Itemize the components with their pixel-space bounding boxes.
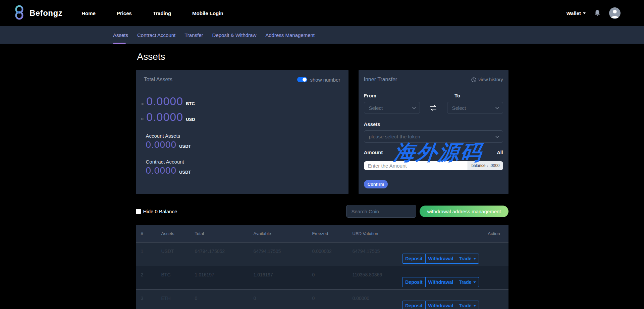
wallet-dropdown[interactable]: Wallet — [566, 10, 586, 16]
cell-index: 1 — [141, 242, 161, 254]
col-freezed: Freezed — [312, 231, 353, 236]
balance-suffix: balance：.0000 — [468, 161, 503, 170]
withdrawal-button[interactable]: Withdrawal — [425, 301, 457, 309]
subnav-assets[interactable]: Assets — [113, 26, 128, 44]
withdrawal-button[interactable]: Withdrawal — [425, 254, 457, 264]
deposit-button[interactable]: Deposit — [402, 301, 425, 309]
col-available: Available — [254, 231, 312, 236]
contract-account-label: Contract Account — [146, 159, 340, 165]
brand-logo[interactable]: Befongz — [13, 5, 62, 21]
account-assets-value: 0.0000 — [146, 139, 177, 150]
col-assets: Assets — [161, 231, 195, 236]
topbar-right: Wallet — [566, 7, 621, 19]
cell-asset: USDT — [161, 242, 195, 254]
deposit-button[interactable]: Deposit — [402, 277, 425, 287]
hide-zero-checkbox[interactable] — [136, 209, 141, 214]
withdrawal-address-management-button[interactable]: withdrawal address management — [420, 206, 508, 217]
nav-prices[interactable]: Prices — [117, 10, 132, 16]
assets-table-header: # Assets Total Available Freezed USD Val… — [136, 225, 508, 242]
caret-down-icon — [473, 281, 476, 283]
clock-icon — [471, 77, 476, 82]
inner-transfer-card: Inner Transfer view history From To — [359, 70, 508, 194]
cell-usd: 0.00000 — [353, 290, 388, 301]
token-select-value: please select the token — [369, 134, 420, 139]
amount-input-group: balance：.0000 — [364, 161, 503, 170]
caret-down-icon — [473, 305, 476, 307]
approx-symbol: ≈ — [141, 101, 144, 106]
cell-index: 2 — [141, 266, 161, 277]
from-select[interactable]: Select — [364, 102, 420, 114]
to-select-value: Select — [452, 105, 466, 111]
chevron-down-icon — [412, 105, 416, 109]
avatar[interactable] — [609, 7, 621, 19]
withdrawal-button[interactable]: Withdrawal — [425, 277, 457, 287]
subnav-contract-account[interactable]: Contract Account — [137, 26, 175, 44]
trade-dropdown-button[interactable]: Trade — [456, 301, 479, 309]
cell-total: 0 — [195, 290, 254, 301]
nav-home[interactable]: Home — [82, 10, 96, 16]
show-number-toggle[interactable] — [297, 77, 307, 82]
deposit-button[interactable]: Deposit — [402, 254, 425, 264]
subnav-address-management[interactable]: Address Management — [265, 26, 315, 44]
col-total: Total — [195, 231, 254, 236]
swap-direction-button[interactable] — [420, 105, 447, 111]
total-btc-unit: BTC — [186, 101, 195, 106]
contract-account-unit: USDT — [179, 170, 191, 175]
table-row: 3 ETH 0 0 0 0.00000 Deposit Withdrawal T… — [136, 289, 508, 309]
from-label: From — [364, 93, 377, 98]
contract-account-section: Contract Account 0.0000 USDT — [146, 159, 340, 176]
caret-down-icon — [473, 258, 476, 260]
cell-freezed: 0 — [312, 290, 353, 301]
nav-mobile-login[interactable]: Mobile Login — [192, 10, 223, 16]
cell-freezed: 0.000002 — [312, 242, 353, 254]
subnav-deposit-withdraw[interactable]: Deposit & Withdraw — [212, 26, 257, 44]
nav-trading[interactable]: Trading — [153, 10, 171, 16]
trade-dropdown-button[interactable]: Trade — [456, 277, 479, 287]
cell-available: 64794.17505 — [254, 242, 312, 254]
cell-usd: 64794.17505 — [353, 242, 388, 254]
assets-label: Assets — [364, 121, 503, 127]
chevron-down-icon — [495, 134, 499, 138]
bell-icon[interactable] — [594, 10, 600, 16]
cell-index: 3 — [141, 290, 161, 301]
total-btc-line: ≈ 0.0000 BTC — [141, 95, 340, 108]
brand-name: Befongz — [30, 8, 62, 18]
to-label: To — [454, 93, 460, 98]
approx-symbol: ≈ — [141, 117, 144, 122]
view-history-label: view history — [478, 77, 503, 82]
total-usd-unit: USD — [186, 117, 195, 122]
col-usd-valution: USD Valution — [353, 231, 388, 236]
amount-label: Amount — [364, 149, 383, 155]
token-select[interactable]: please select the token — [364, 130, 503, 143]
search-coin-input[interactable] — [346, 205, 416, 218]
top-navbar: Befongz Home Prices Trading Mobile Login… — [0, 0, 644, 26]
cell-total: 64794.175052 — [195, 242, 254, 254]
brand-logo-icon — [13, 5, 25, 21]
chevron-down-icon — [495, 105, 499, 109]
contract-account-value: 0.0000 — [146, 165, 177, 176]
account-assets-label: Account Assets — [146, 133, 340, 139]
to-select[interactable]: Select — [447, 102, 503, 114]
total-assets-title: Total Assets — [144, 77, 172, 83]
table-row: 2 BTC 1.016197 1.016197 0 110358.80366 D… — [136, 266, 508, 289]
cell-freezed: 0 — [312, 266, 353, 277]
from-select-value: Select — [369, 105, 383, 111]
trade-dropdown-button[interactable]: Trade — [456, 254, 479, 264]
cell-available: 1.016197 — [254, 266, 312, 277]
cell-available: 0 — [254, 290, 312, 301]
cell-total: 1.016197 — [195, 266, 254, 277]
table-row: 1 USDT 64794.175052 64794.17505 0.000002… — [136, 242, 508, 266]
hide-zero-label: Hide 0 Balance — [143, 209, 177, 214]
all-button[interactable]: All — [497, 150, 503, 155]
page-title: Assets — [137, 51, 508, 62]
subnav-transfer[interactable]: Transfer — [184, 26, 203, 44]
total-assets-card: Total Assets show number ≈ 0.0000 BTC ≈ … — [136, 70, 348, 194]
assets-table: # Assets Total Available Freezed USD Val… — [136, 225, 508, 309]
amount-input[interactable] — [364, 161, 468, 170]
inner-transfer-title: Inner Transfer — [364, 77, 397, 83]
confirm-button[interactable]: Confirm — [364, 180, 388, 188]
hide-zero-balance[interactable]: Hide 0 Balance — [136, 209, 177, 214]
col-index: # — [141, 231, 161, 236]
view-history-link[interactable]: view history — [471, 77, 503, 82]
total-usd-value: 0.0000 — [146, 111, 183, 124]
